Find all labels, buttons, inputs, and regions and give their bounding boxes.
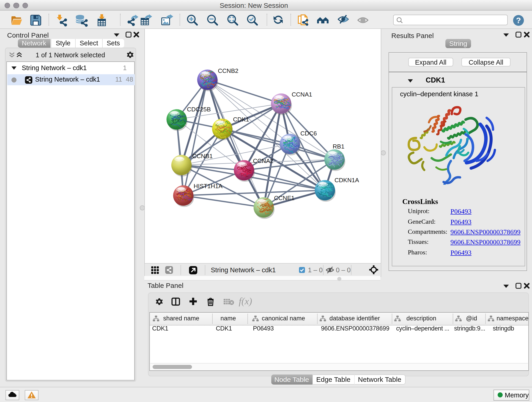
svg-text:?: ? [516,16,520,25]
svg-text:HIST1H1A: HIST1H1A [194,183,223,190]
svg-text:RB1: RB1 [333,143,344,150]
svg-text:CCNA2: CCNA2 [253,157,273,164]
svg-text:CDK1: CDK1 [233,116,249,123]
svg-text:CCNE1: CCNE1 [274,195,294,201]
svg-text:CCNA1: CCNA1 [292,91,312,98]
svg-text:CDC25B: CDC25B [187,106,211,113]
svg-text:CCNB2: CCNB2 [218,67,238,74]
svg-text:CDKN1A: CDKN1A [335,177,359,184]
svg-text:CDC6: CDC6 [300,130,317,137]
svg-text:CCNB1: CCNB1 [192,153,213,160]
